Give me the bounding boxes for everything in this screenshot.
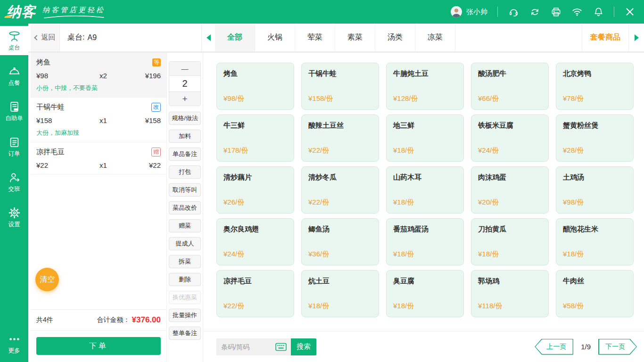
back-chevron-icon (34, 35, 39, 40)
menu-item-price: ¥18/份 (308, 302, 372, 311)
menu-item-card[interactable]: 土鸡汤 ¥98/份 (556, 166, 634, 214)
action-button[interactable]: 取消等叫 (169, 183, 201, 197)
keyboard-icon[interactable] (275, 343, 287, 351)
action-button[interactable]: 整单备注 (169, 327, 201, 340)
sidebar-item-more[interactable]: 更多 (0, 329, 28, 358)
search-button[interactable]: 搜索 (291, 338, 316, 355)
quantity-increase-button[interactable]: + (169, 91, 200, 106)
menu-item-card[interactable]: 刀拍黄瓜 ¥18/份 (471, 218, 549, 265)
action-button[interactable]: 换优惠菜 (169, 291, 201, 304)
menu-item-price: ¥18/份 (563, 250, 627, 259)
menu-item-card[interactable]: 凉拌毛豆 ¥22/份 (216, 270, 294, 317)
menu-item-price: ¥36/份 (308, 250, 372, 259)
order-item[interactable]: 干锅牛蛙 改 ¥158 x1 ¥158 大份，加麻加辣 (31, 98, 166, 142)
action-button[interactable]: 删除 (169, 273, 201, 286)
menu-item-card[interactable]: 牛三鲜 ¥178/份 (216, 115, 294, 162)
sidebar-item-label: 更多 (8, 347, 20, 355)
submit-order-button[interactable]: 下单 (36, 337, 161, 355)
action-button[interactable]: 拆菜 (169, 255, 201, 268)
slogan-underline (43, 16, 105, 19)
bell-icon[interactable] (593, 6, 604, 17)
menu-item-card[interactable]: 醋泡花生米 ¥18/份 (556, 218, 634, 265)
menu-item-card[interactable]: 蟹黄粉丝煲 ¥28/份 (556, 115, 634, 162)
close-icon[interactable] (624, 6, 636, 17)
sidebar-item-orders[interactable]: 订单 (0, 132, 28, 161)
tabs-scroll-right-button[interactable] (629, 24, 644, 51)
menu-item-card[interactable]: 番茄鸡蛋汤 ¥18/份 (386, 218, 464, 265)
menu-item-name: 刀拍黄瓜 (478, 225, 542, 234)
sidebar-item-tables[interactable]: 桌台 (0, 26, 28, 55)
menu-item-price: ¥118/份 (478, 302, 542, 311)
sidebar-item-label: 订单 (8, 150, 20, 158)
menu-item-price: ¥128/份 (393, 94, 457, 103)
action-button[interactable]: 赠菜 (169, 219, 201, 232)
menu-item-card[interactable]: 鲫鱼汤 ¥36/份 (301, 218, 379, 265)
item-actions-column: — 2 + 规格/做法 加料 单品备注 打包 取消等叫 菜品改价 赠菜 提成人 … (167, 53, 203, 362)
menu-item-price: ¥22/份 (223, 302, 287, 311)
sidebar-item-shift-change[interactable]: 交班 (0, 167, 28, 197)
table-title: 桌台: A9 (60, 24, 201, 51)
menu-item-card[interactable]: 清炒藕片 ¥26/份 (216, 166, 294, 214)
order-item-name: 烤鱼 (36, 58, 50, 67)
menu-item-card[interactable]: 酸汤肥牛 ¥66/份 (471, 63, 549, 110)
category-tab[interactable]: 火锅 (255, 24, 295, 51)
order-item[interactable]: 凉拌毛豆 赠 ¥22 x1 ¥22 (31, 142, 166, 174)
printer-icon[interactable] (550, 6, 561, 17)
menu-item-card[interactable]: 干锅牛蛙 ¥158/份 (301, 63, 379, 110)
sidebar-item-label: 自助单 (5, 115, 23, 123)
action-button[interactable]: 打包 (169, 165, 201, 179)
menu-item-card[interactable]: 地三鲜 ¥18/份 (386, 115, 464, 162)
combo-products-button[interactable]: 套餐商品 (582, 24, 629, 51)
sidebar-item-settings[interactable]: 设置 (0, 203, 28, 232)
menu-item-price: ¥66/份 (478, 94, 542, 103)
user-account[interactable]: 张小帅 (450, 6, 487, 18)
action-button[interactable]: 提成人 (169, 237, 201, 250)
category-tab[interactable]: 凉菜 (415, 24, 455, 51)
menu-item-card[interactable]: 北京烤鸭 ¥78/份 (556, 63, 634, 110)
category-tab[interactable]: 荤菜 (295, 24, 335, 51)
prev-page-button[interactable]: 上一页 (535, 339, 573, 355)
menu-item-card[interactable]: 奥尔良鸡翅 ¥24/份 (216, 218, 294, 265)
quantity-decrease-button[interactable]: — (169, 62, 200, 76)
menu-item-card[interactable]: 郭场鸡 ¥118/份 (471, 270, 549, 317)
barcode-search-input[interactable] (221, 343, 275, 351)
menu-item-card[interactable]: 牛腩炖土豆 ¥128/份 (386, 63, 464, 110)
action-button[interactable]: 加料 (169, 130, 201, 143)
action-button[interactable]: 单品备注 (169, 148, 201, 161)
menu-item-card[interactable]: 酸辣土豆丝 ¥22/份 (301, 115, 379, 162)
clear-order-button[interactable]: 清空 (35, 268, 59, 291)
category-tab[interactable]: 汤类 (375, 24, 415, 51)
menu-item-card[interactable]: 臭豆腐 ¥18/份 (386, 270, 464, 317)
menu-item-card[interactable]: 铁板米豆腐 ¥24/份 (471, 115, 549, 162)
category-tab[interactable]: 全部 (215, 24, 255, 51)
action-button[interactable]: 菜品改价 (169, 201, 201, 214)
menu-item-card[interactable]: 山药木耳 ¥18/份 (386, 166, 464, 214)
order-item-name: 凉拌毛豆 (36, 148, 65, 156)
order-totals: 共4件 合计金额： ¥376.00 (31, 309, 166, 331)
action-button[interactable]: 批量操作 (169, 309, 201, 322)
quantity-value: 2 (169, 76, 200, 91)
order-item[interactable]: 烤鱼 等 ¥98 x2 ¥196 小份，中辣，不要香菜 (31, 53, 166, 98)
category-tab[interactable]: 素菜 (335, 24, 375, 51)
menu-item-name: 郭场鸡 (478, 277, 542, 286)
sidebar-item-order-food[interactable]: 点餐 (0, 61, 28, 90)
action-button[interactable]: 规格/做法 (169, 112, 201, 125)
menu-item-price: ¥78/份 (563, 94, 627, 103)
customer-service-icon[interactable] (508, 6, 519, 17)
sync-icon[interactable] (529, 6, 540, 17)
menu-item-card[interactable]: 肉沫鸡蛋 ¥20/份 (471, 166, 549, 214)
menu-item-card[interactable]: 牛肉丝 ¥58/份 (556, 270, 634, 317)
logo-accent (4, 16, 12, 18)
sidebar-item-self-order[interactable]: 自助单 (0, 97, 28, 126)
menu-item-name: 凉拌毛豆 (223, 277, 287, 286)
menu-item-card[interactable]: 清炒冬瓜 ¥22/份 (301, 166, 379, 214)
gear-icon (8, 206, 21, 219)
menu-region: 烤鱼 ¥98/份 干锅牛蛙 ¥158/份 牛腩炖土豆 ¥128/份 酸汤肥牛 ¥… (203, 53, 644, 362)
menu-item-card[interactable]: 烤鱼 ¥98/份 (216, 63, 294, 110)
tabs-scroll-left-button[interactable] (202, 24, 215, 51)
menu-item-card[interactable]: 炕土豆 ¥18/份 (301, 270, 379, 317)
back-button[interactable]: 返回 (31, 24, 60, 51)
menu-item-price: ¥18/份 (393, 198, 457, 207)
next-page-button[interactable]: 下一页 (598, 339, 637, 355)
wifi-icon[interactable] (571, 6, 583, 17)
